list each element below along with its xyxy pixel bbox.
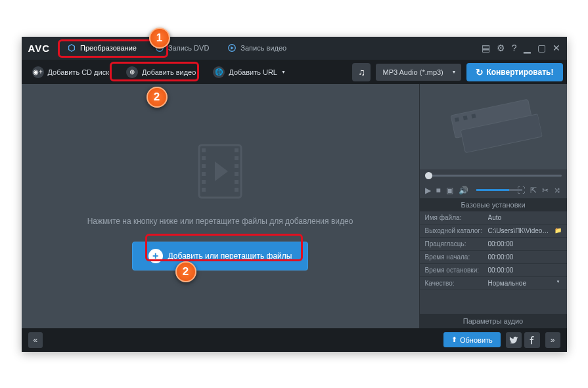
seek-bar[interactable] (420, 169, 567, 183)
toolbar: ◉+ Добавить CD диск ⊕ Добавить видео 🌐 Д… (22, 60, 567, 84)
svg-rect-6 (202, 164, 206, 168)
film-reel-icon (442, 88, 545, 165)
volume-slider[interactable] (476, 189, 509, 191)
snapshot-button[interactable]: ▣ (446, 186, 453, 195)
add-url-button[interactable]: 🌐 Добавить URL ▼ (206, 64, 292, 81)
play-button[interactable]: ▶ (425, 186, 431, 195)
settings-panel: Имя файла: Auto Выходной каталог: C:\Use… (420, 211, 567, 314)
body: Нажмите на кнопку ниже или перетащите фа… (22, 84, 567, 328)
sidebar: ▶ ■ ▣ 🔊 ⛶ ⇱ ✂ ⤮ Базовые установки Имя фа… (419, 84, 567, 328)
tab-label: Запись видео (240, 44, 286, 52)
svg-rect-4 (202, 148, 206, 152)
callout-2a: 2 (147, 87, 168, 108)
quality-dropdown[interactable]: Нормальное (488, 280, 562, 287)
social-buttons (506, 332, 540, 348)
upload-icon: ⬆ (451, 335, 457, 344)
statusbar: « ⬆ Обновить » (22, 328, 567, 352)
next-button[interactable]: » (545, 332, 560, 348)
prev-button[interactable]: « (28, 332, 43, 348)
row-output: Выходной каталог: C:\Users\ПК\Videos\An.… (420, 225, 567, 238)
convert-button[interactable]: Конвертировать! (466, 63, 562, 81)
help-icon[interactable]: ? (512, 43, 517, 53)
titlebar: AVC Преобразование Запись DVD Запись вид… (22, 37, 567, 60)
svg-rect-9 (202, 188, 206, 192)
tab-label: Преобразование (80, 44, 137, 52)
film-strip-icon (194, 142, 246, 201)
globe-plus-icon: 🌐 (213, 66, 225, 78)
minimize-icon[interactable]: ▁ (524, 43, 531, 53)
svg-rect-5 (202, 156, 206, 160)
window-controls: ▤ ⚙ ? ▁ ▢ ✕ (482, 43, 560, 53)
svg-rect-15 (235, 188, 238, 192)
add-files-button[interactable]: + Добавить или перетащить файлы (132, 242, 309, 270)
add-video-button[interactable]: ⊕ Добавить видео (120, 64, 202, 81)
callout-1: 1 (149, 28, 170, 49)
format-dropdown[interactable]: MP3 Audio (*.mp3) (376, 64, 461, 81)
volume-icon[interactable]: 🔊 (459, 186, 468, 195)
plus-circle-icon: + (148, 249, 163, 263)
maximize-icon[interactable]: ▢ (537, 43, 546, 53)
preview-panel (420, 84, 567, 169)
close-icon[interactable]: ✕ (553, 43, 560, 53)
svg-rect-8 (202, 180, 206, 184)
list-icon[interactable]: ▤ (482, 43, 490, 53)
chevron-down-icon: ▼ (281, 70, 286, 74)
row-filename: Имя файла: Auto (420, 211, 567, 225)
main-drop-area[interactable]: Нажмите на кнопку ниже или перетащите фа… (22, 84, 419, 328)
svg-rect-7 (202, 172, 206, 176)
row-stop: Время остановки: 00:00:00 (420, 264, 567, 277)
drop-hint: Нажмите на кнопку ниже или перетащите фа… (87, 217, 353, 226)
svg-rect-12 (235, 164, 238, 168)
tab-record[interactable]: Запись видео (218, 39, 296, 57)
convert-icon (67, 43, 76, 53)
add-cd-button[interactable]: ◉+ Добавить CD диск (26, 64, 116, 81)
settings-icon[interactable]: ⚙ (497, 43, 505, 53)
settings-header: Базовые установки (420, 198, 567, 211)
shuffle-button[interactable]: ⤮ (554, 186, 560, 195)
tab-label: Запись DVD (168, 44, 209, 52)
row-duration: Працягласць: 00:00:00 (420, 238, 567, 251)
cd-plus-icon: ◉+ (32, 66, 44, 78)
update-button[interactable]: ⬆ Обновить (443, 332, 501, 347)
cut-button[interactable]: ✂ (542, 186, 549, 195)
svg-rect-13 (235, 172, 238, 176)
row-start: Время начала: 00:00:00 (420, 251, 567, 264)
logo: AVC (28, 43, 51, 54)
app-window: AVC Преобразование Запись DVD Запись вид… (22, 37, 567, 352)
folder-browse-icon[interactable]: 📁 (554, 227, 562, 234)
facebook-icon[interactable] (524, 332, 540, 348)
svg-rect-10 (235, 148, 238, 152)
audio-params-button[interactable]: Параметры аудио (420, 314, 567, 328)
link-button[interactable]: ⇱ (530, 186, 537, 195)
tab-convert[interactable]: Преобразование (58, 39, 146, 57)
stop-button[interactable]: ■ (436, 186, 441, 195)
video-plus-icon: ⊕ (126, 66, 138, 78)
music-icon[interactable]: ♫ (352, 63, 371, 81)
svg-rect-14 (235, 180, 238, 184)
svg-rect-11 (235, 156, 238, 160)
twitter-icon[interactable] (506, 332, 522, 348)
row-quality: Качество: Нормальное (420, 277, 567, 290)
format-group: ♫ MP3 Audio (*.mp3) Конвертировать! (352, 63, 562, 81)
seek-thumb[interactable] (425, 172, 432, 179)
callout-2b: 2 (175, 261, 196, 282)
play-icon (227, 43, 237, 53)
playback-controls: ▶ ■ ▣ 🔊 ⛶ ⇱ ✂ ⤮ (420, 183, 567, 198)
